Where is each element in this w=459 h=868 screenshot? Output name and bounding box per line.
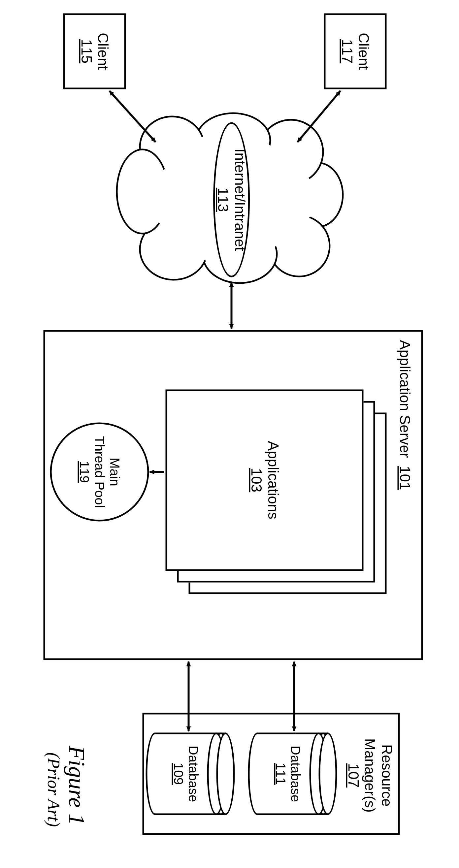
database-109: Database 109: [146, 733, 235, 815]
client-115-label: Client 115: [78, 33, 111, 70]
figure-title: Figure 1: [63, 746, 89, 825]
network-cloud: Internet/Intranet 113: [119, 122, 343, 277]
applications-label: Applications 103: [247, 441, 281, 519]
client-box-117: Client 117: [324, 13, 387, 89]
network-cloud-label: Internet/Intranet 113: [213, 122, 249, 277]
application-server-title: Application Server 101: [396, 340, 413, 490]
database-111-label: Database 111: [273, 733, 303, 815]
database-109-label: Database 109: [171, 733, 201, 815]
figure-subtitle: (Prior Art): [43, 752, 63, 827]
resource-manager-title: ResourceManager(s)107: [344, 729, 395, 822]
database-111: Database 111: [248, 733, 337, 815]
thread-pool-circle: Main Thread Pool 119: [50, 422, 149, 521]
client-box-115: Client 115: [63, 13, 126, 89]
thread-pool-label: Main Thread Pool 119: [76, 436, 122, 508]
client-117-label: Client 117: [339, 33, 372, 70]
applications-card-front: Applications 103: [165, 389, 363, 571]
